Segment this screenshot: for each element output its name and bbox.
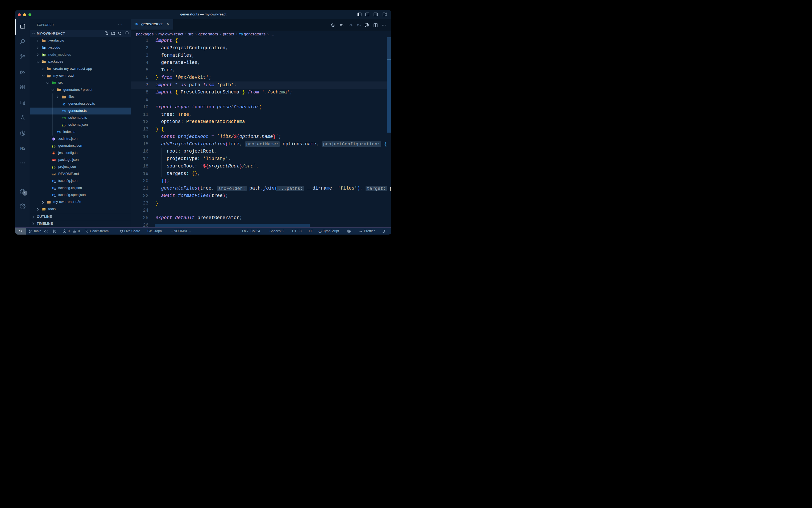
svg-text:npm: npm: [52, 159, 55, 161]
svg-text:TS: TS: [63, 104, 65, 106]
svg-text:{}: {}: [52, 144, 55, 148]
svg-text:TS: TS: [57, 130, 60, 134]
svg-text:TS: TS: [52, 179, 55, 183]
svg-text:js: js: [43, 54, 44, 56]
svg-text:{}: {}: [62, 124, 65, 127]
svg-text:TS: TS: [52, 186, 55, 189]
svg-text:N: N: [20, 146, 23, 151]
svg-text:TS: TS: [52, 194, 55, 197]
svg-text:TS: TS: [62, 110, 65, 113]
svg-text:</>: </>: [52, 83, 55, 84]
svg-text:TS: TS: [62, 116, 65, 120]
svg-text:{}: {}: [52, 166, 55, 169]
